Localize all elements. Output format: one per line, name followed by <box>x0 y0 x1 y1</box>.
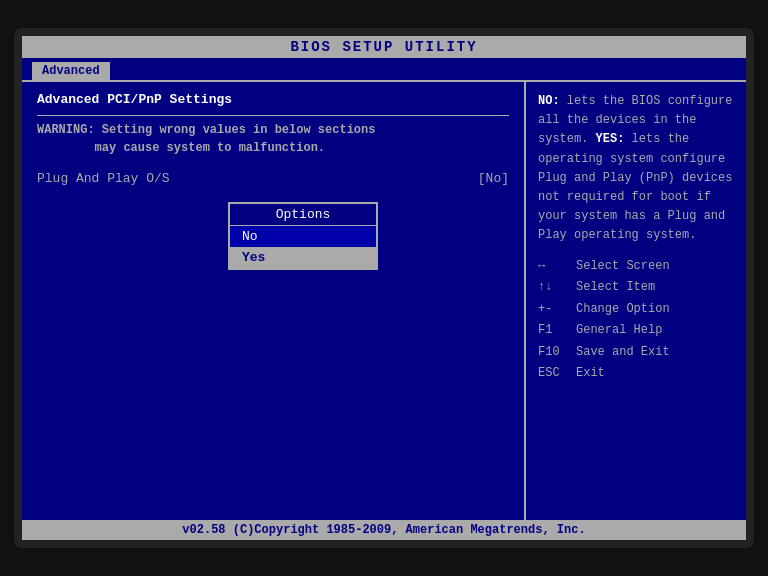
shortcut-select-item: ↑↓ Select Item <box>538 277 734 299</box>
help-text: NO: lets the BIOS configure all the devi… <box>538 92 734 246</box>
shortcuts: ↔ Select Screen ↑↓ Select Item +- Change… <box>538 256 734 386</box>
desc-select-screen: Select Screen <box>576 256 670 278</box>
warning-text: WARNING: Setting wrong values in below s… <box>37 121 509 157</box>
desc-change-option: Change Option <box>576 299 670 321</box>
shortcut-change-option: +- Change Option <box>538 299 734 321</box>
key-arrows: ↔ <box>538 256 568 278</box>
key-plusminus: +- <box>538 299 568 321</box>
left-panel: Advanced PCI/PnP Settings WARNING: Setti… <box>22 82 526 520</box>
footer-bar: v02.58 (C)Copyright 1985-2009, American … <box>22 520 746 540</box>
tab-bar: Advanced <box>22 58 746 80</box>
content-area: Advanced PCI/PnP Settings WARNING: Setti… <box>22 80 746 520</box>
shortcut-f10: F10 Save and Exit <box>538 342 734 364</box>
shortcut-f1: F1 General Help <box>538 320 734 342</box>
bios-screen: BIOS SETUP UTILITY Advanced Advanced PCI… <box>22 36 746 540</box>
desc-exit: Exit <box>576 363 605 385</box>
advanced-tab[interactable]: Advanced <box>32 62 110 80</box>
option-no[interactable]: No <box>230 226 376 247</box>
monitor: BIOS SETUP UTILITY Advanced Advanced PCI… <box>14 28 754 548</box>
key-f10: F10 <box>538 342 568 364</box>
desc-general-help: General Help <box>576 320 662 342</box>
key-updown: ↑↓ <box>538 277 568 299</box>
bios-title: BIOS SETUP UTILITY <box>22 36 746 58</box>
shortcut-select-screen: ↔ Select Screen <box>538 256 734 278</box>
setting-row: Plug And Play O/S [No] <box>37 169 509 188</box>
right-panel: NO: lets the BIOS configure all the devi… <box>526 82 746 520</box>
setting-value[interactable]: [No] <box>478 171 509 186</box>
key-f1: F1 <box>538 320 568 342</box>
desc-save-exit: Save and Exit <box>576 342 670 364</box>
shortcut-esc: ESC Exit <box>538 363 734 385</box>
option-yes[interactable]: Yes <box>230 247 376 268</box>
key-esc: ESC <box>538 363 568 385</box>
divider <box>37 115 509 116</box>
setting-label: Plug And Play O/S <box>37 171 170 186</box>
options-popup: Options No Yes <box>228 202 378 270</box>
desc-select-item: Select Item <box>576 277 655 299</box>
section-title: Advanced PCI/PnP Settings <box>37 92 509 107</box>
options-title: Options <box>230 204 376 226</box>
